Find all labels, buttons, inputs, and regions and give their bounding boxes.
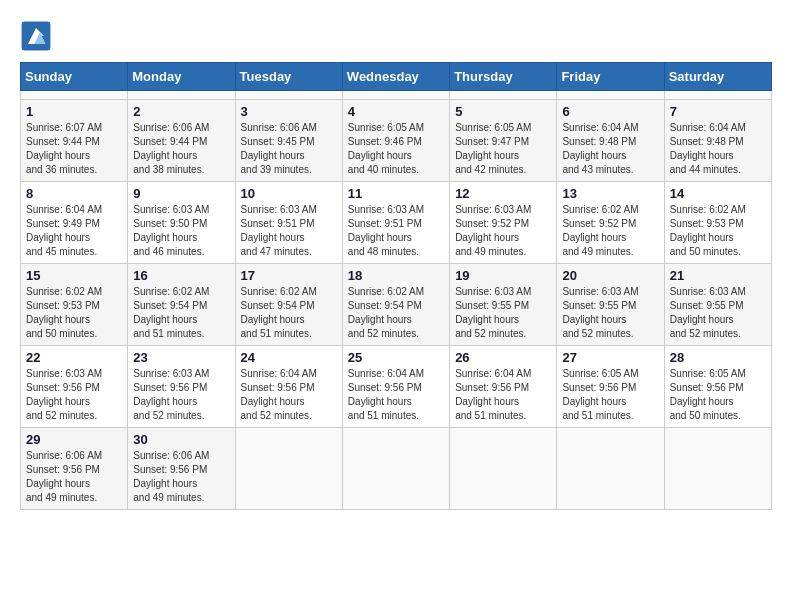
- day-number: 13: [562, 186, 658, 201]
- day-number: 29: [26, 432, 122, 447]
- day-info: Sunrise: 6:04 AM Sunset: 9:56 PM Dayligh…: [455, 367, 551, 423]
- calendar-cell: [21, 91, 128, 100]
- calendar-cell: 10 Sunrise: 6:03 AM Sunset: 9:51 PM Dayl…: [235, 182, 342, 264]
- day-info: Sunrise: 6:04 AM Sunset: 9:56 PM Dayligh…: [241, 367, 337, 423]
- calendar-cell: [557, 428, 664, 510]
- day-number: 27: [562, 350, 658, 365]
- day-info: Sunrise: 6:06 AM Sunset: 9:44 PM Dayligh…: [133, 121, 229, 177]
- day-info: Sunrise: 6:02 AM Sunset: 9:53 PM Dayligh…: [670, 203, 766, 259]
- calendar-week-1: 1 Sunrise: 6:07 AM Sunset: 9:44 PM Dayli…: [21, 100, 772, 182]
- logo: [20, 20, 56, 52]
- calendar-cell: 28 Sunrise: 6:05 AM Sunset: 9:56 PM Dayl…: [664, 346, 771, 428]
- calendar-cell: 26 Sunrise: 6:04 AM Sunset: 9:56 PM Dayl…: [450, 346, 557, 428]
- calendar-week-3: 15 Sunrise: 6:02 AM Sunset: 9:53 PM Dayl…: [21, 264, 772, 346]
- day-info: Sunrise: 6:05 AM Sunset: 9:47 PM Dayligh…: [455, 121, 551, 177]
- day-number: 11: [348, 186, 444, 201]
- calendar-cell: 1 Sunrise: 6:07 AM Sunset: 9:44 PM Dayli…: [21, 100, 128, 182]
- day-info: Sunrise: 6:04 AM Sunset: 9:56 PM Dayligh…: [348, 367, 444, 423]
- day-number: 8: [26, 186, 122, 201]
- calendar-week-0: [21, 91, 772, 100]
- calendar-week-4: 22 Sunrise: 6:03 AM Sunset: 9:56 PM Dayl…: [21, 346, 772, 428]
- day-info: Sunrise: 6:02 AM Sunset: 9:54 PM Dayligh…: [241, 285, 337, 341]
- day-number: 20: [562, 268, 658, 283]
- day-number: 4: [348, 104, 444, 119]
- day-info: Sunrise: 6:02 AM Sunset: 9:53 PM Dayligh…: [26, 285, 122, 341]
- calendar-cell: 2 Sunrise: 6:06 AM Sunset: 9:44 PM Dayli…: [128, 100, 235, 182]
- calendar-cell: 11 Sunrise: 6:03 AM Sunset: 9:51 PM Dayl…: [342, 182, 449, 264]
- day-info: Sunrise: 6:02 AM Sunset: 9:52 PM Dayligh…: [562, 203, 658, 259]
- day-number: 15: [26, 268, 122, 283]
- day-info: Sunrise: 6:02 AM Sunset: 9:54 PM Dayligh…: [348, 285, 444, 341]
- calendar-cell: 27 Sunrise: 6:05 AM Sunset: 9:56 PM Dayl…: [557, 346, 664, 428]
- day-number: 14: [670, 186, 766, 201]
- calendar-cell: 24 Sunrise: 6:04 AM Sunset: 9:56 PM Dayl…: [235, 346, 342, 428]
- calendar-cell: 25 Sunrise: 6:04 AM Sunset: 9:56 PM Dayl…: [342, 346, 449, 428]
- calendar-cell: 23 Sunrise: 6:03 AM Sunset: 9:56 PM Dayl…: [128, 346, 235, 428]
- col-header-thursday: Thursday: [450, 63, 557, 91]
- col-header-monday: Monday: [128, 63, 235, 91]
- day-number: 5: [455, 104, 551, 119]
- day-info: Sunrise: 6:03 AM Sunset: 9:51 PM Dayligh…: [348, 203, 444, 259]
- calendar-header-row: SundayMondayTuesdayWednesdayThursdayFrid…: [21, 63, 772, 91]
- calendar-cell: [664, 428, 771, 510]
- day-number: 3: [241, 104, 337, 119]
- calendar-week-2: 8 Sunrise: 6:04 AM Sunset: 9:49 PM Dayli…: [21, 182, 772, 264]
- calendar-cell: [128, 91, 235, 100]
- calendar-cell: 20 Sunrise: 6:03 AM Sunset: 9:55 PM Dayl…: [557, 264, 664, 346]
- col-header-sunday: Sunday: [21, 63, 128, 91]
- calendar-cell: [342, 428, 449, 510]
- day-number: 24: [241, 350, 337, 365]
- day-number: 12: [455, 186, 551, 201]
- day-number: 1: [26, 104, 122, 119]
- calendar-cell: 7 Sunrise: 6:04 AM Sunset: 9:48 PM Dayli…: [664, 100, 771, 182]
- day-info: Sunrise: 6:05 AM Sunset: 9:56 PM Dayligh…: [562, 367, 658, 423]
- col-header-tuesday: Tuesday: [235, 63, 342, 91]
- day-info: Sunrise: 6:04 AM Sunset: 9:48 PM Dayligh…: [562, 121, 658, 177]
- calendar-cell: [450, 428, 557, 510]
- day-number: 30: [133, 432, 229, 447]
- day-number: 16: [133, 268, 229, 283]
- calendar-cell: 18 Sunrise: 6:02 AM Sunset: 9:54 PM Dayl…: [342, 264, 449, 346]
- calendar-cell: 13 Sunrise: 6:02 AM Sunset: 9:52 PM Dayl…: [557, 182, 664, 264]
- calendar-cell: 12 Sunrise: 6:03 AM Sunset: 9:52 PM Dayl…: [450, 182, 557, 264]
- calendar-cell: [342, 91, 449, 100]
- calendar-week-5: 29 Sunrise: 6:06 AM Sunset: 9:56 PM Dayl…: [21, 428, 772, 510]
- calendar-cell: 30 Sunrise: 6:06 AM Sunset: 9:56 PM Dayl…: [128, 428, 235, 510]
- calendar-cell: [664, 91, 771, 100]
- day-info: Sunrise: 6:04 AM Sunset: 9:49 PM Dayligh…: [26, 203, 122, 259]
- day-number: 6: [562, 104, 658, 119]
- day-info: Sunrise: 6:02 AM Sunset: 9:54 PM Dayligh…: [133, 285, 229, 341]
- day-number: 26: [455, 350, 551, 365]
- day-number: 10: [241, 186, 337, 201]
- day-info: Sunrise: 6:03 AM Sunset: 9:55 PM Dayligh…: [562, 285, 658, 341]
- calendar-cell: [235, 91, 342, 100]
- day-info: Sunrise: 6:03 AM Sunset: 9:55 PM Dayligh…: [455, 285, 551, 341]
- col-header-wednesday: Wednesday: [342, 63, 449, 91]
- day-number: 25: [348, 350, 444, 365]
- day-info: Sunrise: 6:03 AM Sunset: 9:52 PM Dayligh…: [455, 203, 551, 259]
- day-info: Sunrise: 6:05 AM Sunset: 9:56 PM Dayligh…: [670, 367, 766, 423]
- calendar-cell: 19 Sunrise: 6:03 AM Sunset: 9:55 PM Dayl…: [450, 264, 557, 346]
- day-number: 2: [133, 104, 229, 119]
- calendar-cell: [557, 91, 664, 100]
- calendar-cell: 29 Sunrise: 6:06 AM Sunset: 9:56 PM Dayl…: [21, 428, 128, 510]
- day-info: Sunrise: 6:07 AM Sunset: 9:44 PM Dayligh…: [26, 121, 122, 177]
- day-number: 19: [455, 268, 551, 283]
- day-info: Sunrise: 6:03 AM Sunset: 9:56 PM Dayligh…: [133, 367, 229, 423]
- calendar-cell: 21 Sunrise: 6:03 AM Sunset: 9:55 PM Dayl…: [664, 264, 771, 346]
- day-number: 22: [26, 350, 122, 365]
- day-info: Sunrise: 6:03 AM Sunset: 9:51 PM Dayligh…: [241, 203, 337, 259]
- calendar-cell: 17 Sunrise: 6:02 AM Sunset: 9:54 PM Dayl…: [235, 264, 342, 346]
- calendar-cell: 14 Sunrise: 6:02 AM Sunset: 9:53 PM Dayl…: [664, 182, 771, 264]
- page-header: [20, 20, 772, 52]
- calendar-cell: 4 Sunrise: 6:05 AM Sunset: 9:46 PM Dayli…: [342, 100, 449, 182]
- calendar-cell: 3 Sunrise: 6:06 AM Sunset: 9:45 PM Dayli…: [235, 100, 342, 182]
- day-number: 17: [241, 268, 337, 283]
- calendar: SundayMondayTuesdayWednesdayThursdayFrid…: [20, 62, 772, 510]
- day-info: Sunrise: 6:06 AM Sunset: 9:56 PM Dayligh…: [26, 449, 122, 505]
- day-number: 9: [133, 186, 229, 201]
- calendar-cell: 9 Sunrise: 6:03 AM Sunset: 9:50 PM Dayli…: [128, 182, 235, 264]
- calendar-cell: 5 Sunrise: 6:05 AM Sunset: 9:47 PM Dayli…: [450, 100, 557, 182]
- col-header-saturday: Saturday: [664, 63, 771, 91]
- calendar-cell: 6 Sunrise: 6:04 AM Sunset: 9:48 PM Dayli…: [557, 100, 664, 182]
